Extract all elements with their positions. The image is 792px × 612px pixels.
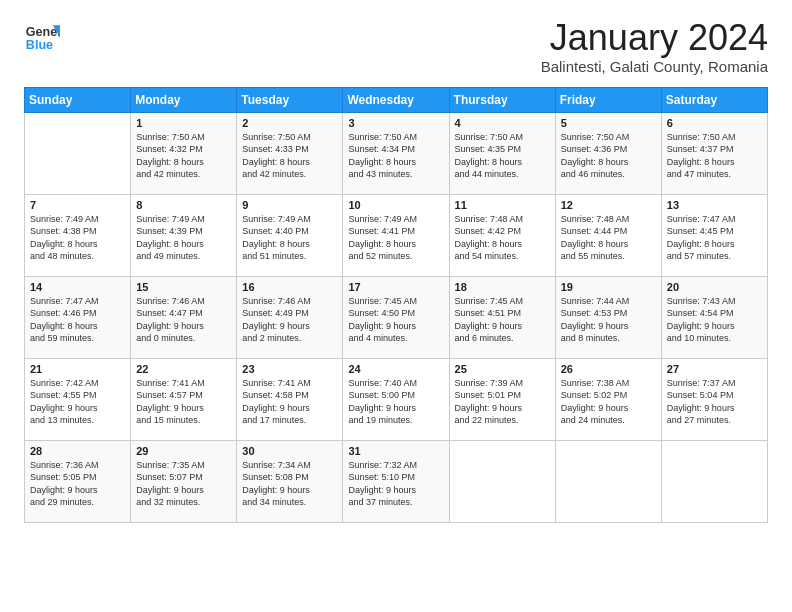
day-cell: 16Sunrise: 7:46 AM Sunset: 4:49 PM Dayli…: [237, 276, 343, 358]
day-info: Sunrise: 7:32 AM Sunset: 5:10 PM Dayligh…: [348, 459, 443, 509]
day-cell: [449, 440, 555, 522]
day-cell: 15Sunrise: 7:46 AM Sunset: 4:47 PM Dayli…: [131, 276, 237, 358]
day-cell: 26Sunrise: 7:38 AM Sunset: 5:02 PM Dayli…: [555, 358, 661, 440]
day-number: 29: [136, 445, 231, 457]
day-cell: 23Sunrise: 7:41 AM Sunset: 4:58 PM Dayli…: [237, 358, 343, 440]
title-block: January 2024 Balintesti, Galati County, …: [541, 18, 768, 75]
col-header-saturday: Saturday: [661, 87, 767, 112]
day-number: 30: [242, 445, 337, 457]
day-cell: [555, 440, 661, 522]
day-cell: 31Sunrise: 7:32 AM Sunset: 5:10 PM Dayli…: [343, 440, 449, 522]
day-number: 28: [30, 445, 125, 457]
day-cell: 11Sunrise: 7:48 AM Sunset: 4:42 PM Dayli…: [449, 194, 555, 276]
day-number: 15: [136, 281, 231, 293]
day-number: 6: [667, 117, 762, 129]
svg-text:Blue: Blue: [26, 38, 53, 52]
day-number: 24: [348, 363, 443, 375]
day-cell: 25Sunrise: 7:39 AM Sunset: 5:01 PM Dayli…: [449, 358, 555, 440]
day-cell: 19Sunrise: 7:44 AM Sunset: 4:53 PM Dayli…: [555, 276, 661, 358]
day-info: Sunrise: 7:46 AM Sunset: 4:49 PM Dayligh…: [242, 295, 337, 345]
day-info: Sunrise: 7:42 AM Sunset: 4:55 PM Dayligh…: [30, 377, 125, 427]
day-info: Sunrise: 7:45 AM Sunset: 4:50 PM Dayligh…: [348, 295, 443, 345]
day-number: 17: [348, 281, 443, 293]
week-row-4: 21Sunrise: 7:42 AM Sunset: 4:55 PM Dayli…: [25, 358, 768, 440]
day-number: 12: [561, 199, 656, 211]
day-cell: 8Sunrise: 7:49 AM Sunset: 4:39 PM Daylig…: [131, 194, 237, 276]
day-info: Sunrise: 7:34 AM Sunset: 5:08 PM Dayligh…: [242, 459, 337, 509]
day-info: Sunrise: 7:41 AM Sunset: 4:58 PM Dayligh…: [242, 377, 337, 427]
day-cell: 1Sunrise: 7:50 AM Sunset: 4:32 PM Daylig…: [131, 112, 237, 194]
day-info: Sunrise: 7:37 AM Sunset: 5:04 PM Dayligh…: [667, 377, 762, 427]
day-number: 13: [667, 199, 762, 211]
header: General Blue January 2024 Balintesti, Ga…: [24, 18, 768, 75]
col-header-thursday: Thursday: [449, 87, 555, 112]
month-title: January 2024: [541, 18, 768, 58]
day-cell: 18Sunrise: 7:45 AM Sunset: 4:51 PM Dayli…: [449, 276, 555, 358]
day-cell: 22Sunrise: 7:41 AM Sunset: 4:57 PM Dayli…: [131, 358, 237, 440]
day-cell: 29Sunrise: 7:35 AM Sunset: 5:07 PM Dayli…: [131, 440, 237, 522]
day-cell: 12Sunrise: 7:48 AM Sunset: 4:44 PM Dayli…: [555, 194, 661, 276]
day-cell: 30Sunrise: 7:34 AM Sunset: 5:08 PM Dayli…: [237, 440, 343, 522]
logo-icon: General Blue: [24, 18, 60, 54]
day-number: 26: [561, 363, 656, 375]
day-cell: 4Sunrise: 7:50 AM Sunset: 4:35 PM Daylig…: [449, 112, 555, 194]
day-cell: [661, 440, 767, 522]
col-header-tuesday: Tuesday: [237, 87, 343, 112]
day-number: 11: [455, 199, 550, 211]
day-cell: 7Sunrise: 7:49 AM Sunset: 4:38 PM Daylig…: [25, 194, 131, 276]
day-info: Sunrise: 7:48 AM Sunset: 4:42 PM Dayligh…: [455, 213, 550, 263]
day-number: 3: [348, 117, 443, 129]
day-cell: 20Sunrise: 7:43 AM Sunset: 4:54 PM Dayli…: [661, 276, 767, 358]
main-container: General Blue January 2024 Balintesti, Ga…: [0, 0, 792, 535]
day-info: Sunrise: 7:47 AM Sunset: 4:46 PM Dayligh…: [30, 295, 125, 345]
day-info: Sunrise: 7:50 AM Sunset: 4:35 PM Dayligh…: [455, 131, 550, 181]
day-number: 14: [30, 281, 125, 293]
col-header-monday: Monday: [131, 87, 237, 112]
day-cell: 6Sunrise: 7:50 AM Sunset: 4:37 PM Daylig…: [661, 112, 767, 194]
day-number: 19: [561, 281, 656, 293]
day-info: Sunrise: 7:50 AM Sunset: 4:36 PM Dayligh…: [561, 131, 656, 181]
day-cell: 10Sunrise: 7:49 AM Sunset: 4:41 PM Dayli…: [343, 194, 449, 276]
day-cell: 9Sunrise: 7:49 AM Sunset: 4:40 PM Daylig…: [237, 194, 343, 276]
day-info: Sunrise: 7:45 AM Sunset: 4:51 PM Dayligh…: [455, 295, 550, 345]
day-number: 25: [455, 363, 550, 375]
day-number: 20: [667, 281, 762, 293]
day-info: Sunrise: 7:50 AM Sunset: 4:33 PM Dayligh…: [242, 131, 337, 181]
col-header-friday: Friday: [555, 87, 661, 112]
day-number: 8: [136, 199, 231, 211]
day-cell: 27Sunrise: 7:37 AM Sunset: 5:04 PM Dayli…: [661, 358, 767, 440]
day-info: Sunrise: 7:35 AM Sunset: 5:07 PM Dayligh…: [136, 459, 231, 509]
col-header-wednesday: Wednesday: [343, 87, 449, 112]
day-number: 22: [136, 363, 231, 375]
week-row-1: 1Sunrise: 7:50 AM Sunset: 4:32 PM Daylig…: [25, 112, 768, 194]
day-info: Sunrise: 7:46 AM Sunset: 4:47 PM Dayligh…: [136, 295, 231, 345]
day-cell: 24Sunrise: 7:40 AM Sunset: 5:00 PM Dayli…: [343, 358, 449, 440]
day-info: Sunrise: 7:49 AM Sunset: 4:39 PM Dayligh…: [136, 213, 231, 263]
header-row: SundayMondayTuesdayWednesdayThursdayFrid…: [25, 87, 768, 112]
day-number: 7: [30, 199, 125, 211]
day-number: 23: [242, 363, 337, 375]
day-info: Sunrise: 7:36 AM Sunset: 5:05 PM Dayligh…: [30, 459, 125, 509]
day-info: Sunrise: 7:50 AM Sunset: 4:32 PM Dayligh…: [136, 131, 231, 181]
day-info: Sunrise: 7:38 AM Sunset: 5:02 PM Dayligh…: [561, 377, 656, 427]
day-info: Sunrise: 7:49 AM Sunset: 4:41 PM Dayligh…: [348, 213, 443, 263]
day-cell: [25, 112, 131, 194]
day-cell: 13Sunrise: 7:47 AM Sunset: 4:45 PM Dayli…: [661, 194, 767, 276]
day-info: Sunrise: 7:39 AM Sunset: 5:01 PM Dayligh…: [455, 377, 550, 427]
day-cell: 2Sunrise: 7:50 AM Sunset: 4:33 PM Daylig…: [237, 112, 343, 194]
day-info: Sunrise: 7:41 AM Sunset: 4:57 PM Dayligh…: [136, 377, 231, 427]
day-number: 16: [242, 281, 337, 293]
day-info: Sunrise: 7:44 AM Sunset: 4:53 PM Dayligh…: [561, 295, 656, 345]
week-row-2: 7Sunrise: 7:49 AM Sunset: 4:38 PM Daylig…: [25, 194, 768, 276]
week-row-5: 28Sunrise: 7:36 AM Sunset: 5:05 PM Dayli…: [25, 440, 768, 522]
logo: General Blue: [24, 18, 60, 54]
day-info: Sunrise: 7:48 AM Sunset: 4:44 PM Dayligh…: [561, 213, 656, 263]
week-row-3: 14Sunrise: 7:47 AM Sunset: 4:46 PM Dayli…: [25, 276, 768, 358]
day-info: Sunrise: 7:50 AM Sunset: 4:34 PM Dayligh…: [348, 131, 443, 181]
day-cell: 14Sunrise: 7:47 AM Sunset: 4:46 PM Dayli…: [25, 276, 131, 358]
day-number: 5: [561, 117, 656, 129]
day-cell: 28Sunrise: 7:36 AM Sunset: 5:05 PM Dayli…: [25, 440, 131, 522]
day-info: Sunrise: 7:47 AM Sunset: 4:45 PM Dayligh…: [667, 213, 762, 263]
day-number: 21: [30, 363, 125, 375]
day-cell: 17Sunrise: 7:45 AM Sunset: 4:50 PM Dayli…: [343, 276, 449, 358]
